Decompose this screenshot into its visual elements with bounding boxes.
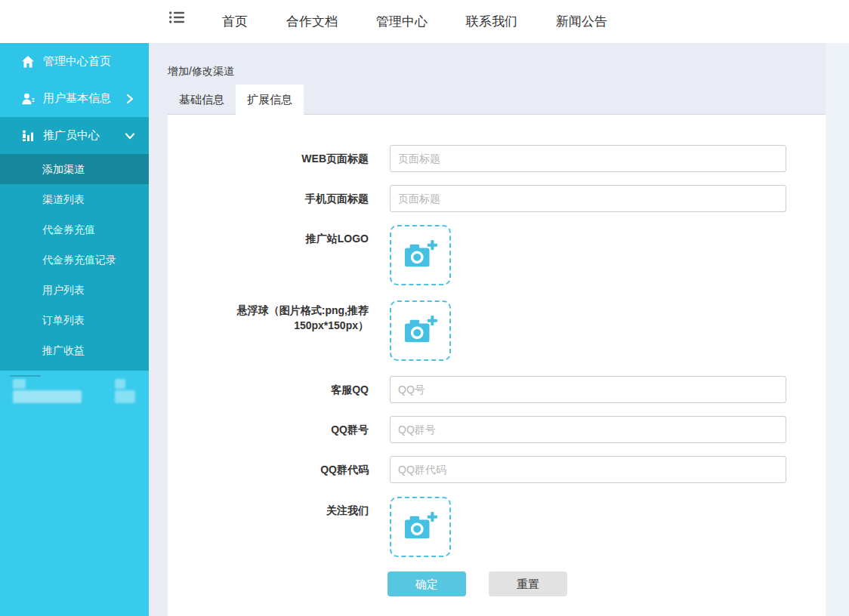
sidebar-item-admin-home[interactable]: 管理中心首页 <box>0 43 149 80</box>
redacted-block <box>13 379 26 389</box>
chevron-down-icon <box>125 131 135 141</box>
confirm-button[interactable]: 确定 <box>387 571 466 596</box>
site-logo-label: 推广站LOGO <box>168 225 369 285</box>
redacted-block <box>115 390 135 403</box>
form-row-follow-us: 关注我们 <box>168 497 826 557</box>
sidebar-item-label: 用户基本信息 <box>43 91 111 106</box>
home-icon <box>21 55 35 69</box>
submenu-item-voucher-recharge[interactable]: 代金券充值 <box>0 214 149 245</box>
sidebar-item-user-basic-info[interactable]: 用户基本信息 <box>0 80 149 117</box>
tab-bar: 基础信息 扩展信息 <box>168 85 304 115</box>
tab-extended-info[interactable]: 扩展信息 <box>236 85 304 116</box>
form-row-float-ball: 悬浮球（图片格式:png,推荐150px*150px） <box>168 300 826 361</box>
channel-extended-form: WEB页面标题 手机页面标题 推广站LOGO <box>168 115 826 596</box>
nav-home[interactable]: 首页 <box>222 13 248 30</box>
top-bar: 首页 合作文档 管理中心 联系我们 新闻公告 <box>0 0 849 43</box>
submenu-item-add-channel[interactable]: 添加渠道 <box>0 154 149 184</box>
qq-group-code-label: QQ群代码 <box>168 456 369 483</box>
camera-plus-icon <box>403 511 438 543</box>
reset-button[interactable]: 重置 <box>489 571 567 596</box>
tab-basic-info[interactable]: 基础信息 <box>168 85 236 115</box>
qq-group-input[interactable] <box>390 416 786 443</box>
redacted-block <box>13 390 82 403</box>
form-row-mobile-title: 手机页面标题 <box>168 185 826 212</box>
form-row-qq-group: QQ群号 <box>168 416 826 443</box>
redacted-block <box>115 379 125 389</box>
float-ball-label: 悬浮球（图片格式:png,推荐150px*150px） <box>168 300 369 361</box>
content-gutter <box>826 43 849 616</box>
nav-contact-us[interactable]: 联系我们 <box>466 13 517 30</box>
sidebar-item-label: 推广员中心 <box>43 128 100 143</box>
web-page-title-label: WEB页面标题 <box>168 145 369 172</box>
service-qq-label: 客服QQ <box>168 376 369 403</box>
follow-us-label: 关注我们 <box>168 497 369 557</box>
menu-list-icon[interactable] <box>169 11 184 23</box>
breadcrumb: 增加/修改渠道 <box>168 65 234 79</box>
submenu-item-voucher-recharge-record[interactable]: 代金券充值记录 <box>0 245 149 275</box>
qq-group-code-input[interactable] <box>390 456 786 483</box>
main-content: 增加/修改渠道 基础信息 扩展信息 WEB页面标题 手机页面标题 推广站LOGO <box>149 43 849 616</box>
sidebar: 管理中心首页 用户基本信息 推广员中 <box>0 43 149 616</box>
qq-group-label: QQ群号 <box>168 416 369 443</box>
user-icon <box>21 92 35 106</box>
submenu-item-order-list[interactable]: 订单列表 <box>0 305 149 335</box>
submenu-item-user-list[interactable]: 用户列表 <box>0 275 149 305</box>
mobile-page-title-label: 手机页面标题 <box>168 185 369 212</box>
sidebar-footer <box>0 371 149 439</box>
divider <box>10 375 41 377</box>
top-navigation: 首页 合作文档 管理中心 联系我们 新闻公告 <box>222 13 607 30</box>
promoter-icon <box>21 129 35 143</box>
form-buttons: 确定 重置 <box>387 571 826 596</box>
float-ball-label-line1: 悬浮球（图片格式:png,推荐 <box>237 304 369 316</box>
chevron-right-icon <box>125 94 135 104</box>
nav-cooperation-docs[interactable]: 合作文档 <box>286 13 338 30</box>
mobile-page-title-input[interactable] <box>390 185 786 212</box>
form-row-qq-group-code: QQ群代码 <box>168 456 826 483</box>
service-qq-input[interactable] <box>390 376 786 403</box>
camera-plus-icon <box>403 315 438 346</box>
camera-plus-icon <box>403 239 438 271</box>
submenu-item-promotion-earnings[interactable]: 推广收益 <box>0 335 149 365</box>
nav-news[interactable]: 新闻公告 <box>556 13 607 30</box>
form-row-web-title: WEB页面标题 <box>168 145 826 172</box>
form-row-service-qq: 客服QQ <box>168 376 826 403</box>
float-ball-label-line2: 150px*150px） <box>294 319 369 331</box>
site-logo-upload[interactable] <box>390 225 451 285</box>
submenu-item-channel-list[interactable]: 渠道列表 <box>0 184 149 214</box>
form-row-site-logo: 推广站LOGO <box>168 225 826 285</box>
nav-management-center[interactable]: 管理中心 <box>376 13 428 30</box>
sidebar-item-promoter-center[interactable]: 推广员中心 <box>0 117 149 154</box>
web-page-title-input[interactable] <box>390 145 786 172</box>
promoter-submenu: 添加渠道 渠道列表 代金券充值 代金券充值记录 用户列表 订单列表 推广收益 <box>0 154 149 371</box>
float-ball-upload[interactable] <box>390 300 451 361</box>
sidebar-item-label: 管理中心首页 <box>43 54 111 69</box>
follow-us-upload[interactable] <box>390 497 451 557</box>
form-panel: WEB页面标题 手机页面标题 推广站LOGO <box>168 115 826 616</box>
